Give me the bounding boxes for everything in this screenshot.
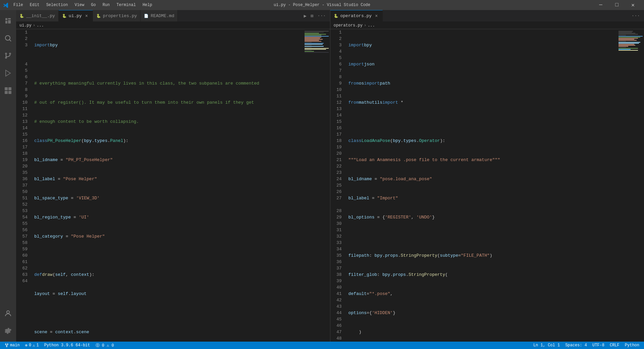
right-code-content[interactable]: import bpy import json from os import pa… [347, 29, 618, 342]
code-line: bl_label = "Pose Helper" [34, 176, 303, 182]
code-line: import bpy [348, 42, 618, 48]
menu-run[interactable]: Run [100, 2, 113, 8]
activity-search[interactable] [0, 30, 16, 46]
code-line: """Load an Anamnesis .pose file to the c… [348, 157, 618, 163]
svg-point-11 [7, 311, 9, 313]
tab-operators-label: operators.py [340, 13, 372, 18]
menu-file[interactable]: File [11, 2, 26, 8]
menu-view[interactable]: View [72, 2, 87, 8]
svg-rect-8 [8, 87, 11, 90]
right-code-editor[interactable]: 1 2 3 4 5 6 7 8 9 10 11 12 13 14 15 16 1 [330, 29, 644, 342]
status-branch-name: main [10, 343, 20, 348]
code-line: from os import path [348, 80, 618, 87]
code-line [348, 118, 618, 125]
menu-go[interactable]: Go [88, 2, 98, 8]
menu-edit[interactable]: Edit [27, 2, 42, 8]
code-line [348, 233, 618, 240]
code-line: def draw(self, context): [34, 271, 303, 278]
code-line: ) [348, 329, 618, 335]
svg-line-1 [10, 40, 11, 41]
svg-point-0 [5, 36, 10, 40]
tab-ui[interactable]: 🐍 ui.py × [59, 10, 93, 21]
status-spaces-label: Spaces: 4 [565, 343, 587, 348]
activity-git[interactable] [0, 48, 16, 64]
left-minimap [303, 29, 330, 342]
code-line: scene = context.scene [34, 329, 303, 335]
activity-explorer[interactable] [0, 13, 16, 29]
error-icon: ⊗ [25, 343, 28, 348]
tab-init-icon: 🐍 [19, 14, 24, 18]
status-branch[interactable]: main [3, 343, 21, 348]
status-language[interactable]: Python [624, 343, 641, 348]
status-cursor-position: Ln 1, Col 1 [533, 343, 560, 348]
status-extensions-info[interactable]: ⓪ 0 ⚠ 0 [94, 343, 115, 348]
title-bar-controls: ─ □ ✕ [593, 0, 641, 10]
tab-operators[interactable]: 🐍 operators.py × [330, 10, 383, 21]
minimize-button[interactable]: ─ [593, 0, 608, 10]
right-tab-actions: ··· [628, 10, 644, 21]
tab-readme[interactable]: 📄 README.md [141, 10, 178, 21]
menu-help[interactable]: Help [140, 2, 155, 8]
right-minimap [617, 29, 644, 342]
menu-selection[interactable]: Selection [44, 2, 71, 8]
tab-ui-close[interactable]: × [84, 13, 89, 19]
run-action[interactable]: ▶ [302, 12, 308, 19]
title-bar: File Edit Selection View Go Run Terminal… [0, 0, 644, 10]
left-tab-actions: ▶ ⊞ ··· [300, 10, 330, 21]
code-line: options={'HIDDEN'} [348, 310, 618, 316]
status-bar-right: Ln 1, Col 1 Spaces: 4 UTF-8 CRLF Python [532, 343, 641, 348]
code-line: # out of register(). It may be useful to… [34, 99, 303, 106]
activity-extensions[interactable] [0, 83, 16, 99]
menu-terminal[interactable]: Terminal [114, 2, 139, 8]
left-code-content[interactable]: import bpy # everything meaningful curre… [33, 29, 303, 342]
activity-accounts[interactable] [0, 305, 16, 321]
status-python-version[interactable]: Python 3.9.6 64-bit [43, 343, 92, 348]
svg-rect-7 [5, 87, 8, 90]
vscode-icon [3, 2, 9, 8]
right-breadcrumb-filename[interactable]: operators.py [334, 23, 363, 28]
breadcrumb-filename[interactable]: ui.py [19, 23, 32, 28]
code-line [34, 252, 303, 259]
code-line [34, 61, 303, 67]
code-line: bl_idname = "pose.load_ana_pose" [348, 176, 618, 182]
tab-operators-close[interactable]: × [374, 13, 379, 19]
tab-init[interactable]: 🐍 __init__.py [16, 10, 59, 21]
maximize-button[interactable]: □ [609, 0, 625, 10]
right-more-action[interactable]: ··· [630, 12, 641, 19]
close-button[interactable]: ✕ [625, 0, 641, 10]
status-line-ending-label: CRLF [610, 343, 620, 348]
code-line: layout = self.layout [34, 291, 303, 297]
right-breadcrumb-item[interactable]: ... [368, 23, 375, 28]
code-line: filepath: bpy.props.StringProperty(subty… [348, 252, 618, 259]
more-action[interactable]: ··· [316, 12, 327, 19]
right-editor-pane: 🐍 operators.py × ··· operators.py › ... … [330, 10, 644, 342]
status-encoding[interactable]: UTF-8 [591, 343, 606, 348]
activity-settings[interactable] [0, 323, 16, 339]
status-cursor[interactable]: Ln 1, Col 1 [532, 343, 561, 348]
tab-operators-icon: 🐍 [334, 14, 338, 18]
svg-point-3 [9, 53, 11, 55]
right-line-numbers: 1 2 3 4 5 6 7 8 9 10 11 12 13 14 15 16 1 [330, 29, 347, 342]
status-errors[interactable]: ⊗ 0 ⚠ 1 [24, 343, 40, 348]
code-line: bl_idname = "PH_PT_PoseHelper" [34, 157, 303, 163]
code-line: from mathutils import * [348, 99, 618, 106]
git-branch-icon [5, 343, 9, 347]
status-error-count: 0 [29, 343, 31, 348]
code-line: bl_category = "Pose Helper" [34, 233, 303, 240]
left-line-numbers: 1 2 3 4 5 6 7 8 9 10 11 12 13 14 15 [16, 29, 33, 342]
status-spaces[interactable]: Spaces: 4 [564, 343, 588, 348]
tab-readme-label: README.md [151, 13, 174, 18]
title-bar-title: ui.py - Pose_Helper - Visual Studio Code [274, 3, 370, 7]
breadcrumb-item-2[interactable]: ... [37, 23, 44, 28]
activity-debug[interactable] [0, 65, 16, 81]
left-code-editor[interactable]: 1 2 3 4 5 6 7 8 9 10 11 12 13 14 15 [16, 29, 330, 342]
split-action[interactable]: ⊞ [309, 12, 315, 19]
status-line-ending[interactable]: CRLF [608, 343, 621, 348]
code-line: # everything meaningful currently lives … [34, 80, 303, 87]
code-line: # enough content to be worth collapsing. [34, 118, 303, 125]
tab-properties[interactable]: 🐍 properties.py [93, 10, 141, 21]
status-bar: main ⊗ 0 ⚠ 1 Python 3.9.6 64-bit ⓪ 0 ⚠ 0… [0, 342, 644, 349]
svg-point-4 [5, 53, 7, 55]
code-line: class LoadAnaPose(bpy.types.Operator): [348, 138, 618, 144]
left-editor-pane: 🐍 __init__.py 🐍 ui.py × 🐍 properties.py … [16, 10, 330, 342]
